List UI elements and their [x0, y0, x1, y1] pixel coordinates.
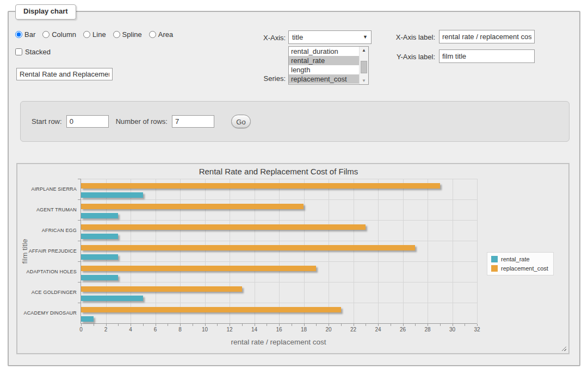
series-option-replacement_cost[interactable]: replacement_cost — [289, 74, 368, 84]
chart-type-radio-area[interactable] — [149, 31, 156, 38]
x-tick-label: 8 — [172, 327, 188, 333]
y-gridline — [81, 241, 477, 241]
legend-swatch — [491, 265, 498, 272]
x-axis-tick — [242, 324, 243, 326]
chart-type-radio-spline[interactable] — [113, 31, 120, 38]
y-gridline — [81, 220, 477, 221]
x-tick-label: 12 — [221, 327, 238, 333]
x-axis-selected-value: title — [292, 33, 303, 41]
scroll-up-icon[interactable]: ▲ — [360, 47, 368, 54]
chart-type-radio-label: Line — [92, 30, 106, 39]
chart-type-radio-label: Column — [52, 30, 76, 39]
chevron-down-icon: ▼ — [363, 31, 368, 43]
num-rows-input[interactable] — [172, 115, 214, 128]
x-gridline — [230, 179, 230, 323]
x-tick-label: 28 — [419, 327, 436, 333]
chart-legend: rental_ratereplacement_cost — [487, 252, 554, 275]
legend-label: replacement_cost — [501, 265, 548, 272]
series-multiselect[interactable]: rental_durationrental_ratelengthreplacem… — [288, 46, 369, 85]
y-gridline — [81, 303, 477, 303]
bar-replacement_cost[interactable] — [81, 286, 242, 292]
x-axis-tick — [255, 324, 255, 326]
bar-replacement_cost[interactable] — [81, 183, 440, 189]
chart-type-radio-line[interactable] — [83, 31, 90, 38]
x-tick-label: 0 — [73, 327, 89, 333]
bar-rental_rate[interactable] — [81, 296, 143, 301]
chart-type-radio-bar[interactable] — [15, 31, 22, 38]
series-option-length[interactable]: length — [289, 65, 368, 74]
x-tick-label: 16 — [271, 327, 287, 333]
x-axis-tick — [329, 324, 329, 326]
x-axis-tick — [391, 324, 391, 326]
go-button[interactable]: Go — [231, 115, 251, 128]
x-axis-tick — [292, 324, 292, 326]
x-axis-tick — [94, 324, 94, 326]
bar-rental_rate[interactable] — [81, 213, 118, 218]
x-axis-select[interactable]: title ▼ — [288, 30, 372, 44]
x-axis-select-label: X-Axis: — [263, 34, 286, 42]
x-axis-tick — [304, 324, 305, 326]
bar-rental_rate[interactable] — [81, 316, 94, 322]
bar-replacement_cost[interactable] — [81, 307, 341, 312]
x-axis-tick — [156, 324, 156, 326]
y-axis-tick — [78, 241, 81, 241]
x-tick-label: 2 — [98, 327, 114, 333]
category-label: AFRICAN EGG — [17, 220, 77, 241]
bar-rental_rate[interactable] — [81, 234, 118, 239]
bar-rental_rate[interactable] — [81, 254, 118, 260]
chart-title-input[interactable] — [16, 68, 113, 80]
x-axis-tick — [217, 324, 218, 326]
series-scrollbar[interactable]: ▲ ▼ — [359, 47, 368, 84]
chart-type-radio-label: Spline — [122, 30, 142, 39]
chart-type-radio-label: Bar — [24, 30, 35, 39]
category-label: AGENT TRUMAN — [17, 199, 77, 220]
chart-title: Rental Rate and Replacement Cost of Film… — [81, 167, 476, 176]
chart-type-option-spline[interactable]: Spline — [113, 30, 142, 39]
stacked-checkbox-wrap: Stacked — [15, 48, 51, 56]
bar-replacement_cost[interactable] — [81, 266, 316, 271]
y-gridline — [81, 179, 477, 179]
x-gridline — [279, 179, 280, 323]
y-axis-label-field-label: Y-Axis label: — [393, 53, 435, 61]
x-tick-label: 18 — [296, 327, 312, 333]
chart-type-option-line[interactable]: Line — [83, 30, 106, 39]
bar-rental_rate[interactable] — [81, 192, 143, 198]
scrollbar-thumb[interactable] — [361, 61, 367, 73]
chart-type-option-column[interactable]: Column — [42, 30, 76, 39]
legend-label: rental_rate — [501, 256, 530, 262]
x-axis-label-field-label: X-Axis label: — [393, 33, 435, 41]
stacked-checkbox[interactable] — [15, 48, 22, 55]
x-gridline — [354, 179, 354, 323]
bar-replacement_cost[interactable] — [81, 204, 304, 209]
x-axis-tick — [316, 324, 317, 326]
x-axis-tick — [477, 324, 478, 326]
bar-replacement_cost[interactable] — [81, 245, 415, 250]
legend-item-rental_rate[interactable]: rental_rate — [491, 256, 548, 262]
bar-rental_rate[interactable] — [81, 275, 118, 280]
chart-type-radio-column[interactable] — [42, 31, 49, 38]
x-axis-tick — [465, 324, 465, 326]
x-axis-label-input[interactable] — [439, 30, 535, 43]
chart-type-option-area[interactable]: Area — [149, 30, 173, 39]
start-row-input[interactable] — [66, 115, 109, 128]
chart-container: Rental Rate and Replacement Cost of Film… — [16, 163, 570, 354]
series-option-rental_duration[interactable]: rental_duration — [289, 47, 368, 56]
x-axis-tick — [230, 324, 230, 326]
start-row-label: Start row: — [32, 117, 62, 126]
chart-type-option-bar[interactable]: Bar — [15, 30, 35, 39]
scroll-down-icon[interactable]: ▼ — [360, 77, 368, 84]
y-axis-label-input[interactable] — [439, 49, 535, 63]
x-gridline — [180, 179, 181, 323]
x-axis-tick — [193, 324, 193, 326]
category-label: ADAPTATION HOLES — [17, 261, 77, 282]
x-gridline — [156, 179, 156, 323]
bar-replacement_cost[interactable] — [81, 224, 366, 230]
legend-item-replacement_cost[interactable]: replacement_cost — [491, 265, 548, 272]
x-axis-tick — [81, 324, 82, 326]
legend-swatch — [491, 256, 498, 262]
resize-handle-icon[interactable] — [560, 345, 566, 351]
x-axis-tick — [453, 324, 453, 326]
y-axis-tick — [78, 303, 81, 303]
series-option-rental_rate[interactable]: rental_rate — [289, 56, 368, 65]
category-label: ACE GOLDFINGER — [17, 282, 77, 303]
